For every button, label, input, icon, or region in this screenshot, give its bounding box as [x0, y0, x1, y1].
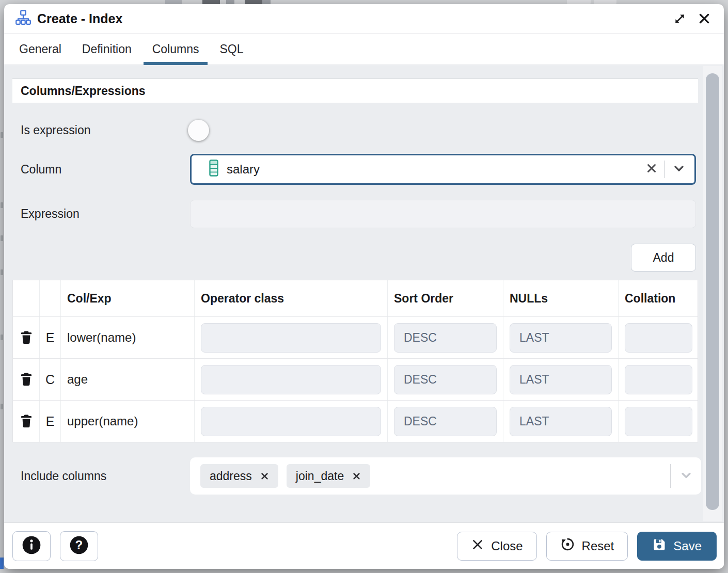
toggle-knob — [188, 120, 209, 141]
scrollbar-thumb[interactable] — [706, 73, 719, 510]
column-icon — [209, 160, 218, 180]
save-icon — [652, 537, 667, 555]
grid-row: E lower(name) DESC LAST — [13, 316, 698, 358]
columns-grid: Col/Exp Operator class Sort Order NULLs … — [12, 280, 698, 442]
column-select[interactable]: salary — [190, 154, 696, 185]
grid-header-sort-order: Sort Order — [388, 280, 503, 316]
close-button[interactable]: Close — [457, 532, 536, 561]
grid-row: E upper(name) DESC LAST — [13, 400, 698, 442]
reset-button[interactable]: Reset — [546, 532, 628, 561]
delete-row-icon[interactable] — [17, 370, 36, 389]
background-app-fragment — [1, 335, 3, 340]
grid-header-kind — [40, 280, 61, 316]
column-row: Column salary — [21, 154, 696, 185]
remove-chip-icon[interactable] — [352, 472, 361, 481]
grid-header-nulls: NULLs — [503, 280, 619, 316]
chevron-down-icon[interactable] — [678, 467, 694, 485]
grid-header-col-exp: Col/Exp — [61, 280, 195, 316]
reset-icon — [560, 537, 575, 555]
chip-label: address — [210, 469, 252, 483]
chip-label: join_date — [296, 469, 344, 483]
include-columns-row: Include columns address join_date — [21, 457, 701, 495]
col-exp-cell: upper(name) — [61, 401, 195, 442]
operator-class-select[interactable] — [201, 365, 381, 394]
is-expression-toggle[interactable] — [190, 122, 228, 139]
reset-button-label: Reset — [582, 539, 614, 553]
row-kind-badge: E — [40, 401, 61, 442]
delete-row-icon[interactable] — [17, 412, 36, 431]
grid-header-row: Col/Exp Operator class Sort Order NULLs … — [13, 280, 698, 316]
col-exp-cell: age — [61, 359, 195, 400]
select-divider — [670, 464, 671, 488]
include-columns-label: Include columns — [21, 469, 190, 483]
save-button[interactable]: Save — [637, 532, 717, 561]
close-icon[interactable] — [695, 9, 714, 28]
info-icon — [21, 535, 42, 558]
nulls-select[interactable]: LAST — [510, 323, 612, 353]
dialog-title: Create - Index — [37, 11, 122, 26]
background-app-fragment — [1, 404, 3, 409]
background-app-fragment — [1, 235, 3, 241]
nulls-select[interactable]: LAST — [510, 407, 612, 436]
collation-select[interactable] — [625, 365, 692, 394]
chip-address: address — [200, 464, 278, 488]
nulls-select[interactable]: LAST — [510, 365, 612, 394]
delete-row-icon[interactable] — [17, 328, 36, 347]
scrollbar-track[interactable] — [703, 66, 722, 521]
sort-order-select[interactable]: DESC — [394, 365, 497, 394]
grid-header-operator-class: Operator class — [195, 280, 388, 316]
expression-input[interactable] — [190, 200, 696, 228]
background-app-fragment — [1, 202, 3, 208]
tab-columns[interactable]: Columns — [144, 34, 208, 65]
row-kind-badge: C — [40, 359, 61, 400]
grid-header-collation: Collation — [619, 280, 699, 316]
tab-general[interactable]: General — [10, 34, 70, 65]
row-kind-badge: E — [40, 317, 61, 358]
sitemap-icon — [15, 10, 31, 27]
grid-row: C age DESC LAST — [13, 358, 698, 400]
close-button-label: Close — [491, 539, 523, 553]
background-app-fragment — [1, 132, 3, 138]
include-columns-select[interactable]: address join_date — [190, 457, 701, 495]
add-button[interactable]: Add — [631, 244, 696, 272]
expression-row: Expression — [21, 199, 696, 228]
is-expression-label: Is expression — [21, 123, 190, 137]
collation-select[interactable] — [625, 407, 692, 436]
expression-label: Expression — [21, 207, 190, 221]
columns-panel: Columns/Expressions Is expression Column — [4, 65, 724, 522]
tab-definition[interactable]: Definition — [73, 34, 140, 65]
dialog-tabs: General Definition Columns SQL — [4, 33, 724, 65]
chevron-down-icon[interactable] — [672, 161, 686, 178]
help-icon: ? — [69, 535, 89, 558]
background-app-fragment — [1, 269, 3, 275]
sql-info-button[interactable] — [12, 531, 51, 561]
col-exp-cell: lower(name) — [61, 317, 195, 358]
help-button[interactable]: ? — [60, 531, 98, 561]
close-x-icon — [471, 538, 484, 554]
save-button-label: Save — [673, 539, 702, 553]
operator-class-select[interactable] — [201, 323, 381, 353]
dialog-footer: ? Close — [4, 522, 724, 569]
desktop-background: Create - Index General Definition Column… — [0, 0, 728, 573]
collation-select[interactable] — [625, 323, 692, 353]
clear-selection-icon[interactable] — [645, 162, 658, 177]
section-header: Columns/Expressions — [12, 78, 698, 103]
expand-icon[interactable] — [670, 9, 689, 28]
select-divider — [664, 161, 665, 178]
remove-chip-icon[interactable] — [260, 472, 269, 481]
dialog-titlebar: Create - Index — [4, 4, 724, 33]
chip-join-date: join_date — [287, 464, 370, 488]
operator-class-select[interactable] — [201, 407, 381, 436]
create-index-dialog: Create - Index General Definition Column… — [4, 4, 724, 569]
background-app-fragment — [0, 558, 4, 569]
is-expression-row: Is expression — [21, 116, 228, 145]
tab-sql[interactable]: SQL — [211, 34, 252, 65]
sort-order-select[interactable]: DESC — [394, 407, 497, 436]
sort-order-select[interactable]: DESC — [394, 323, 497, 353]
svg-text:?: ? — [75, 538, 83, 552]
column-select-value: salary — [227, 162, 260, 177]
column-label: Column — [21, 163, 190, 177]
grid-header-delete — [13, 280, 40, 316]
